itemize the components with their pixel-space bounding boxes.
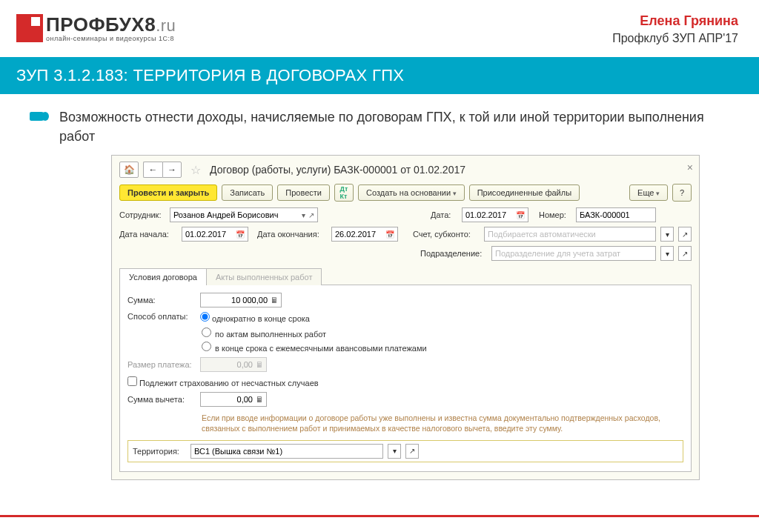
post-button[interactable]: Провести xyxy=(277,184,330,201)
logo-text: ПРОФБУХ8.ru xyxy=(46,13,176,36)
label-date-start: Дата начала: xyxy=(119,230,177,239)
tab-work-acts[interactable]: Акты выполненных работ xyxy=(207,268,322,285)
calendar-icon[interactable]: 📅 xyxy=(236,230,245,239)
dept-field[interactable]: Подразделение для учета затрат xyxy=(491,246,656,261)
pay-option-1[interactable]: однократно в конце срока xyxy=(200,312,310,323)
date-start-field[interactable]: 📅 xyxy=(182,227,248,242)
bullet-row: Возможность отнести доходы, начисляемые … xyxy=(0,94,759,155)
header-right: Елена Грянина Профклуб ЗУП АПР'17 xyxy=(612,13,738,45)
more-button[interactable]: Еще xyxy=(629,184,668,201)
create-based-on-button[interactable]: Создать на основании xyxy=(358,184,465,201)
bullet-text: Возможность отнести доходы, начисляемые … xyxy=(59,107,737,146)
help-button[interactable]: ? xyxy=(672,184,692,202)
deduct-field[interactable]: 🖩 xyxy=(200,392,267,407)
calc-icon[interactable]: 🖩 xyxy=(271,296,278,305)
label-date: Дата: xyxy=(431,210,457,219)
date-field[interactable]: 📅 xyxy=(462,207,528,222)
calc-icon[interactable]: 🖩 xyxy=(256,396,263,404)
back-button[interactable]: ← xyxy=(143,162,162,178)
chevron-down-icon[interactable]: ▾ xyxy=(302,211,305,219)
payment-size-field: 🖩 xyxy=(200,357,267,372)
label-number: Номер: xyxy=(539,210,571,219)
account-field[interactable]: Подбирается автоматически xyxy=(484,227,656,242)
label-pay-method: Способ оплаты: xyxy=(127,312,196,321)
dt-kt-button[interactable]: ДтКт xyxy=(334,184,354,202)
brand-block: ПРОФБУХ8.ru онлайн-семинары и видеокурсы… xyxy=(16,13,176,42)
territory-row: Территория: ▾ ↗ xyxy=(127,440,683,462)
calc-icon: 🖩 xyxy=(256,361,263,369)
account-open-button[interactable]: ↗ xyxy=(678,227,692,242)
slide-title: ЗУП 3.1.2.183: ТЕРРИТОРИЯ В ДОГОВОРАХ ГП… xyxy=(16,66,743,85)
label-date-end: Дата окончания: xyxy=(257,230,327,239)
calendar-icon[interactable]: 📅 xyxy=(385,230,394,239)
slide-header: ПРОФБУХ8.ru онлайн-семинары и видеокурсы… xyxy=(0,0,759,53)
sum-field[interactable]: 🖩 xyxy=(200,293,282,307)
attached-files-button[interactable]: Присоединенные файлы xyxy=(469,184,580,201)
number-field[interactable] xyxy=(576,207,656,222)
pay-option-3[interactable]: в конце срока с ежемесячными авансовыми … xyxy=(202,342,427,353)
label-account: Счет, субконто: xyxy=(413,230,480,239)
save-button[interactable]: Записать xyxy=(222,184,273,201)
favorite-icon[interactable]: ☆ xyxy=(190,163,201,177)
author-sub: Профклуб ЗУП АПР'17 xyxy=(612,32,738,45)
territory-field[interactable] xyxy=(190,444,383,459)
forward-button[interactable]: → xyxy=(162,162,182,178)
insurance-checkbox[interactable]: Подлежит страхованию от несчастных случа… xyxy=(127,376,319,388)
pay-option-2[interactable]: по актам выполненных работ xyxy=(202,327,326,339)
territory-pick-button[interactable]: ▾ xyxy=(388,444,401,459)
label-territory: Территория: xyxy=(133,447,186,456)
post-close-button[interactable]: Провести и закрыть xyxy=(119,184,217,201)
toolbar: Провести и закрыть Записать Провести ДтК… xyxy=(119,184,692,202)
label-payment-size: Размер платежа: xyxy=(127,360,196,369)
close-icon[interactable]: × xyxy=(687,162,693,173)
label-dept: Подразделение: xyxy=(420,249,487,258)
label-deduct: Сумма вычета: xyxy=(127,395,196,404)
home-button[interactable]: 🏠 xyxy=(119,162,139,178)
logo-tagline: онлайн-семинары и видеокурсы 1С:8 xyxy=(46,35,176,42)
tab-contract-terms[interactable]: Условия договора xyxy=(119,268,207,285)
logo-icon xyxy=(16,14,43,42)
date-end-field[interactable]: 📅 xyxy=(331,227,398,242)
label-employee: Сотрудник: xyxy=(119,210,165,219)
author-name: Елена Грянина xyxy=(612,13,738,29)
deduct-hint: Если при вводе информации о договоре раб… xyxy=(202,413,683,433)
footer-line xyxy=(0,515,759,517)
app-window: × 🏠 ← → ☆ Договор (работы, услуги) БАЗК-… xyxy=(111,155,700,479)
open-ref-icon[interactable]: ↗ xyxy=(308,211,314,219)
dept-pick-button[interactable]: ▾ xyxy=(660,246,674,261)
calendar-icon[interactable]: 📅 xyxy=(516,211,525,219)
tab-panel: Сумма: 🖩 Способ оплаты: однократно в кон… xyxy=(119,285,692,471)
account-pick-button[interactable]: ▾ xyxy=(660,227,674,242)
territory-open-button[interactable]: ↗ xyxy=(405,444,419,459)
employee-field[interactable]: ▾↗ xyxy=(170,207,318,222)
title-band: ЗУП 3.1.2.183: ТЕРРИТОРИЯ В ДОГОВОРАХ ГП… xyxy=(0,57,759,94)
tabs: Условия договора Акты выполненных работ xyxy=(119,268,692,285)
label-sum: Сумма: xyxy=(127,296,196,305)
bullet-icon xyxy=(30,112,46,121)
window-title: Договор (работы, услуги) БАЗК-000001 от … xyxy=(210,164,465,176)
dept-open-button[interactable]: ↗ xyxy=(678,246,692,261)
